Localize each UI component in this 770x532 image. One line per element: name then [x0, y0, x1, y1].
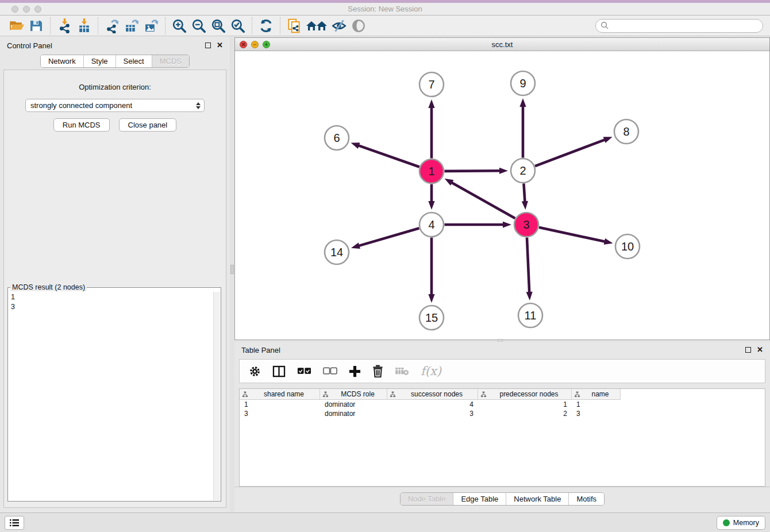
table-cell[interactable]: dominator: [320, 410, 387, 418]
table-cell[interactable]: 1: [240, 400, 320, 408]
node-table: shared nameMCDS rolesuccessor nodesprede…: [239, 388, 765, 487]
show-view-button[interactable]: [349, 17, 368, 34]
table-cell[interactable]: 1: [478, 400, 572, 408]
memory-button[interactable]: Memory: [717, 516, 765, 530]
global-search[interactable]: [595, 19, 763, 33]
graph-edge-3-1[interactable]: [451, 182, 515, 218]
table-cell[interactable]: 3: [387, 410, 478, 418]
show-task-history-button[interactable]: [5, 516, 24, 530]
network-maximize-button[interactable]: +: [263, 41, 270, 48]
mcds-result-list[interactable]: 1 3: [8, 291, 213, 501]
export-image-button[interactable]: [141, 17, 161, 34]
close-panel-button[interactable]: Close panel: [119, 118, 177, 132]
minimize-window-button[interactable]: [23, 6, 30, 13]
tab-network[interactable]: Network: [41, 55, 84, 67]
import-network-button[interactable]: [55, 17, 74, 34]
graph-edge-4-14[interactable]: [358, 228, 419, 246]
close-table-panel-icon[interactable]: ✕: [757, 347, 763, 353]
zoom-out-button[interactable]: [189, 17, 209, 34]
apply-layout-button[interactable]: [256, 17, 276, 34]
import-table-button[interactable]: [74, 17, 94, 34]
table-tabbar: Node Table Edge Table Network Table Moti…: [400, 492, 605, 506]
new-network-from-selection-button[interactable]: [284, 17, 304, 34]
table-cell[interactable]: 3: [572, 410, 621, 418]
table-cell[interactable]: 1: [572, 400, 621, 408]
graph-edge-2-3[interactable]: [523, 183, 525, 202]
toolbar-separator: [252, 17, 252, 34]
network-graph[interactable]: 1234678910111415: [235, 51, 769, 340]
zoom-window-button[interactable]: [34, 6, 41, 13]
delete-column-button[interactable]: [372, 365, 383, 377]
graph-edge-2-8[interactable]: [535, 140, 605, 166]
zoom-in-button[interactable]: [170, 17, 189, 34]
network-close-button[interactable]: ✕: [240, 41, 247, 48]
add-column-button[interactable]: [349, 365, 361, 377]
column-header-predecessor-nodes[interactable]: predecessor nodes: [478, 389, 572, 400]
mcds-result-line: 1: [11, 292, 213, 302]
mcds-result-line: 3: [11, 302, 213, 312]
tab-select[interactable]: Select: [116, 55, 152, 67]
tab-style[interactable]: Style: [84, 55, 116, 67]
table-options-button[interactable]: [249, 365, 261, 377]
delete-table-button[interactable]: [395, 367, 409, 376]
function-builder-button[interactable]: f(x): [421, 364, 441, 378]
graph-edge-3-11[interactable]: [527, 237, 529, 293]
column-header-successor-nodes[interactable]: successor nodes: [387, 389, 478, 400]
graph-edge-1-6[interactable]: [358, 145, 419, 167]
table-cell[interactable]: dominator: [320, 400, 387, 408]
show-all-networks-button[interactable]: [304, 17, 329, 34]
zoom-selected-button[interactable]: [228, 17, 248, 34]
mcds-result-scrollbar[interactable]: [213, 292, 220, 500]
list-icon: [9, 519, 20, 527]
tab-node-table[interactable]: Node Table: [401, 493, 454, 505]
splitter-grip[interactable]: [230, 265, 234, 274]
export-table-button[interactable]: [122, 17, 141, 34]
zoom-in-icon: [171, 18, 187, 34]
tab-motifs[interactable]: Motifs: [569, 493, 604, 505]
table-cell[interactable]: 2: [478, 410, 572, 418]
mcds-result-title: MCDS result (2 nodes): [10, 283, 87, 291]
network-canvas[interactable]: 1234678910111415: [235, 51, 769, 340]
close-window-button[interactable]: [11, 6, 18, 13]
table-row[interactable]: 3dominator323: [240, 409, 765, 418]
table-panel: Table Panel ✕ f(x) shared nameMCDS roles…: [234, 342, 770, 512]
network-minimize-button[interactable]: −: [251, 41, 259, 48]
show-columns-button[interactable]: [272, 365, 286, 377]
gear-icon: [249, 365, 261, 377]
open-file-button[interactable]: [7, 17, 26, 34]
panel-splitter[interactable]: [230, 36, 234, 512]
column-header-label: MCDS role: [331, 390, 384, 398]
network-window-titlebar[interactable]: ✕ − + scc.txt: [235, 38, 769, 51]
float-panel-icon[interactable]: [205, 43, 211, 48]
column-header-MCDS-role[interactable]: MCDS role: [320, 389, 387, 400]
column-sort-icon: [480, 391, 487, 398]
criterion-select-value: strongly connected component: [30, 101, 196, 110]
table-cell[interactable]: 4: [387, 400, 478, 408]
hide-style-button[interactable]: [329, 17, 349, 34]
run-mcds-button[interactable]: Run MCDS: [53, 118, 110, 132]
criterion-select[interactable]: strongly connected component: [25, 99, 205, 112]
export-network-button[interactable]: [102, 17, 122, 34]
save-session-button[interactable]: [26, 17, 46, 34]
table-row[interactable]: 1dominator411: [240, 400, 765, 409]
column-sort-icon: [574, 391, 580, 398]
window-titlebar: Session: New Session: [0, 3, 770, 16]
toolbar-separator: [280, 17, 280, 34]
graph-edge-3-10[interactable]: [539, 228, 606, 242]
close-panel-icon[interactable]: ✕: [217, 43, 223, 48]
tab-edge-table[interactable]: Edge Table: [453, 493, 506, 505]
column-header-shared-name[interactable]: shared name: [240, 389, 320, 400]
table-cell[interactable]: 3: [240, 410, 320, 418]
tab-mcds[interactable]: MCDS: [152, 55, 189, 67]
tab-network-table[interactable]: Network Table: [506, 493, 569, 505]
graph-edge-arrowhead: [519, 98, 526, 107]
float-table-panel-icon[interactable]: [745, 347, 751, 353]
graph-edge-1-2[interactable]: [444, 171, 500, 171]
search-input[interactable]: [609, 22, 758, 30]
column-header-name[interactable]: name: [572, 389, 621, 400]
graph-node-label: 10: [621, 240, 634, 253]
select-all-rows-button[interactable]: [297, 367, 311, 375]
zoom-fit-button[interactable]: [209, 17, 228, 34]
graph-edge-arrowhead: [428, 201, 434, 210]
deselect-all-rows-button[interactable]: [323, 367, 337, 375]
